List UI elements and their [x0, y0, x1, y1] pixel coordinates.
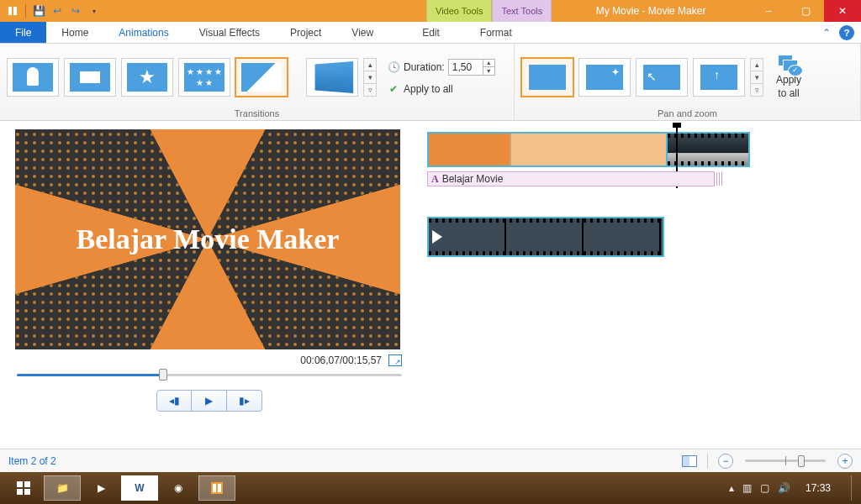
svg-rect-9 — [218, 484, 221, 492]
zoom-slider[interactable] — [745, 459, 826, 462]
svg-rect-3 — [17, 481, 23, 487]
tab-format[interactable]: Format — [465, 22, 527, 43]
taskbar-clock[interactable]: 17:33 — [799, 482, 837, 494]
ribbon-right-controls: ⌃ ? — [819, 22, 861, 43]
transitions-gallery-expand[interactable]: ▴▾▿ — [363, 58, 377, 97]
transition-keyhole[interactable] — [7, 58, 59, 97]
context-tab-text-tools[interactable]: Text Tools — [492, 0, 552, 22]
transition-stars[interactable]: ★★★★★★ — [178, 58, 230, 97]
tray-battery-icon[interactable]: ▢ — [760, 482, 769, 494]
svg-rect-1 — [8, 7, 12, 15]
group-transitions: ★★★★★★ ▴▾▿ 🕓 Duration: 1,50 ▲▼ ✔ Apply t… — [0, 44, 515, 120]
tray-action-icon[interactable]: ▥ — [742, 482, 752, 494]
status-item-count: Item 2 of 2 — [8, 455, 56, 467]
apply-all-icon: ✔ — [387, 82, 400, 96]
tab-project[interactable]: Project — [275, 22, 336, 43]
maximize-button[interactable]: ▢ — [787, 0, 824, 22]
seek-bar[interactable] — [15, 368, 404, 381]
transition-rectangle[interactable] — [64, 58, 116, 97]
duration-label: Duration: — [404, 61, 445, 73]
tab-edit[interactable]: Edit — [407, 22, 455, 43]
qat-separator — [25, 4, 26, 18]
system-tray: ▴ ▥ ▢ 🔊 17:33 — [729, 475, 856, 501]
zoom-in-button[interactable]: + — [837, 454, 853, 469]
context-tab-video-tools[interactable]: Video Tools — [426, 0, 492, 22]
tab-view[interactable]: View — [336, 22, 388, 43]
apply-all-stack-icon: ✓ — [778, 55, 800, 73]
tray-up-icon[interactable]: ▴ — [729, 482, 734, 494]
clip-video-1[interactable] — [666, 132, 750, 167]
transition-flip[interactable] — [306, 58, 358, 97]
duration-input[interactable]: 1,50 ▲▼ — [448, 59, 495, 76]
clip-title[interactable] — [427, 132, 668, 167]
contextual-tab-group: Video Tools Text Tools — [426, 0, 552, 22]
prev-frame-button[interactable]: ◂▮ — [156, 390, 192, 412]
clock-icon: 🕓 — [387, 60, 400, 74]
file-tab[interactable]: File — [0, 22, 46, 43]
ribbon-body: ★★★★★★ ▴▾▿ 🕓 Duration: 1,50 ▲▼ ✔ Apply t… — [0, 44, 861, 121]
playback-controls: ◂▮ ▶ ▮▸ — [15, 390, 404, 412]
svg-rect-5 — [17, 489, 23, 495]
tab-visual-effects[interactable]: Visual Effects — [184, 22, 275, 43]
help-icon[interactable]: ? — [839, 25, 854, 40]
minimize-button[interactable]: – — [750, 0, 787, 22]
next-frame-button[interactable]: ▮▸ — [227, 390, 262, 412]
transitions-content: ★★★★★★ ▴▾▿ 🕓 Duration: 1,50 ▲▼ ✔ Apply t… — [7, 47, 507, 107]
panzoom-apply-all-button[interactable]: ✓ Apply to all — [769, 53, 809, 102]
seek-fill — [17, 374, 163, 376]
tray-volume-icon[interactable]: 🔊 — [778, 482, 790, 494]
taskbar-explorer[interactable]: 📁 — [44, 475, 81, 501]
panzoom-apply-all-l1: Apply — [776, 75, 801, 86]
window-controls: – ▢ ✕ — [750, 0, 861, 22]
fullscreen-icon[interactable] — [388, 354, 402, 366]
caption-text: Belajar Movie — [442, 173, 504, 185]
taskbar-movie-maker[interactable] — [198, 475, 235, 501]
seek-track[interactable] — [17, 374, 402, 376]
taskbar-word[interactable]: W — [121, 475, 158, 501]
apply-to-all-row[interactable]: ✔ Apply to all — [387, 82, 495, 96]
undo-icon[interactable]: ↩ — [50, 3, 65, 18]
quick-access-toolbar: 💾 ↩ ↪ ▾ — [0, 0, 107, 22]
tab-home[interactable]: Home — [46, 22, 103, 43]
panzoom-in-up[interactable]: ↑ — [693, 58, 745, 97]
status-separator — [707, 454, 708, 469]
play-button[interactable]: ▶ — [192, 390, 227, 412]
status-bar: Item 2 of 2 − + — [0, 449, 861, 472]
collapse-ribbon-icon[interactable]: ⌃ — [819, 25, 834, 40]
tab-animations[interactable]: Animations — [103, 22, 183, 43]
title-center: Video Tools Text Tools My Movie - Movie … — [107, 0, 750, 22]
svg-rect-6 — [24, 489, 30, 495]
duration-spinner[interactable]: ▲▼ — [483, 60, 494, 75]
save-icon[interactable]: 💾 — [31, 3, 46, 18]
panzoom-gallery-expand[interactable]: ▴▾▿ — [750, 58, 763, 97]
svg-rect-2 — [13, 7, 17, 15]
group-label-transitions: Transitions — [7, 107, 507, 118]
seek-thumb[interactable] — [159, 369, 167, 381]
start-button[interactable] — [5, 475, 42, 501]
close-button[interactable]: ✕ — [824, 0, 861, 22]
taskbar: 📁 ▶ W ◉ ▴ ▥ ▢ 🔊 17:33 — [0, 472, 861, 504]
duration-value: 1,50 — [452, 61, 472, 73]
caption-track[interactable]: A Belajar Movie — [427, 171, 715, 186]
show-desktop-button[interactable] — [851, 475, 856, 501]
caption-a-icon: A — [431, 173, 439, 186]
panzoom-none[interactable] — [521, 58, 573, 97]
qat-customize-icon[interactable]: ▾ — [87, 3, 102, 18]
redo-icon[interactable]: ↪ — [68, 3, 83, 18]
zoom-thumb[interactable] — [798, 455, 805, 467]
group-pan-zoom: ↖ ↑ ▴▾▿ ✓ Apply to all Pan and zoom — [515, 44, 861, 120]
thumbnail-size-icon[interactable] — [682, 455, 697, 467]
window-title: My Movie - Movie Maker — [552, 0, 750, 22]
video-track-row — [427, 129, 851, 170]
panzoom-in-left[interactable]: ↖ — [636, 58, 688, 97]
transition-diagonal[interactable] — [235, 58, 288, 97]
preview-monitor[interactable]: Belajar Movie Maker — [15, 129, 400, 349]
panzoom-auto[interactable] — [578, 58, 631, 97]
timeline-pane[interactable]: A Belajar Movie — [417, 121, 861, 449]
taskbar-media-player[interactable]: ▶ — [82, 475, 119, 501]
zoom-out-button[interactable]: − — [718, 454, 733, 469]
clip-video-2[interactable] — [427, 217, 664, 257]
taskbar-chrome[interactable]: ◉ — [160, 475, 197, 501]
app-icon[interactable] — [5, 3, 20, 18]
transition-star[interactable] — [121, 58, 173, 97]
